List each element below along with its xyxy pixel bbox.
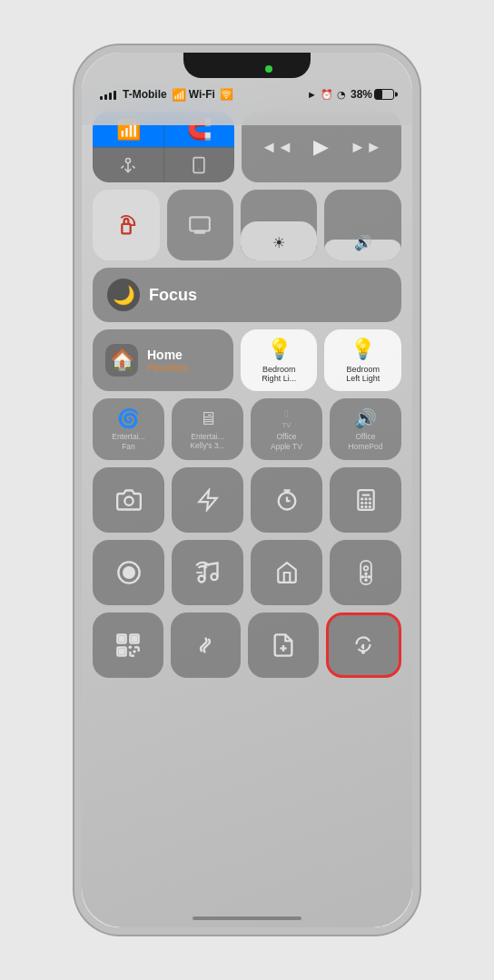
- tv-text: TV: [282, 421, 291, 429]
- rotation-lock-button[interactable]: [93, 190, 160, 260]
- row-focus: 🌙 Focus: [93, 268, 401, 322]
- svg-point-23: [211, 573, 217, 580]
- home-label: Home: [147, 348, 188, 362]
- row-sliders: ☀ 🔊: [93, 190, 401, 260]
- svg-point-0: [126, 158, 131, 162]
- screen: T-Mobile 📶 Wi-Fi 🛜 ► ⏰ ◔ 38%: [82, 53, 412, 927]
- svg-rect-1: [193, 157, 204, 172]
- flashlight-button[interactable]: [172, 467, 243, 533]
- status-icons: ► ⏰ ◔: [307, 89, 346, 101]
- homepod-icon: 🔊: [354, 407, 377, 429]
- svg-rect-38: [119, 650, 124, 654]
- signal-bar-3: [109, 93, 112, 100]
- home-icon: 🏠: [105, 344, 138, 377]
- svg-rect-36: [119, 637, 124, 642]
- wifi-status-icon: 📶: [172, 88, 186, 102]
- entertainment-kelly-label: Entertai...Kelly's 3...: [190, 432, 224, 450]
- qr-scanner-button[interactable]: [93, 612, 163, 678]
- row-actions-1: [93, 467, 401, 533]
- status-bar: T-Mobile 📶 Wi-Fi 🛜 ► ⏰ ◔ 38%: [82, 82, 412, 107]
- svg-point-21: [124, 567, 134, 578]
- carrier-label: T-Mobile: [123, 88, 167, 101]
- screen-mirror-button[interactable]: [167, 190, 233, 260]
- bedroom-left-light-button[interactable]: 💡 BedroomLeft Light: [324, 329, 401, 391]
- hotspot-button[interactable]: [163, 147, 234, 182]
- svg-rect-3: [122, 224, 130, 234]
- home-sublabel: Favorites: [147, 362, 188, 373]
- svg-point-6: [124, 497, 133, 505]
- row-devices: 🌀 Entertai...Fan 🖥 Entertai...Kelly's 3.…: [93, 398, 401, 460]
- control-center: 📶 🧲 ◄◄: [93, 112, 401, 900]
- home-indicator: [193, 916, 301, 920]
- office-apple-tv-label: OfficeApple TV: [271, 432, 302, 450]
- status-left: T-Mobile 📶 Wi-Fi 🛜: [100, 88, 233, 102]
- signal-bar-1: [100, 96, 103, 100]
- battery-container: 38%: [351, 88, 394, 101]
- tv-icon: 🖥: [199, 408, 217, 429]
- screen-record-button[interactable]: [93, 540, 164, 605]
- signal-bar-4: [114, 91, 116, 100]
- fan-label: Entertai...Fan: [112, 432, 144, 450]
- light-bulb-icon-1: 💡: [267, 338, 291, 361]
- apple-tv-icon-wrap:  TV: [282, 407, 291, 429]
- svg-marker-7: [199, 490, 217, 510]
- focus-button[interactable]: 🌙 Focus: [93, 268, 401, 322]
- row-bottom: [93, 612, 401, 678]
- phone-frame: T-Mobile 📶 Wi-Fi 🛜 ► ⏰ ◔ 38%: [74, 45, 420, 935]
- location-icon: ►: [307, 89, 317, 100]
- play-button[interactable]: ▶: [313, 135, 329, 159]
- battery-percent: 38%: [351, 88, 372, 101]
- battery-fill: [375, 90, 382, 99]
- camera-button[interactable]: [93, 467, 164, 533]
- entertainment-fan-button[interactable]: 🌀 Entertai...Fan: [93, 398, 164, 460]
- network-type: Wi-Fi: [189, 88, 215, 101]
- volume-slider[interactable]: 🔊: [324, 190, 401, 260]
- notch: [183, 53, 311, 78]
- bedroom-left-light-label: BedroomLeft Light: [346, 365, 380, 383]
- svg-point-22: [198, 576, 204, 583]
- signal-bars: [100, 89, 116, 100]
- bedroom-right-light-label: BedroomRight Li...: [262, 365, 296, 383]
- office-homepod-label: OfficeHomePod: [349, 432, 383, 450]
- wifi-symbol: 🛜: [220, 88, 233, 101]
- row-actions-2: [93, 540, 401, 605]
- alarm-icon: ⏰: [321, 89, 333, 101]
- timer-button[interactable]: [251, 467, 322, 533]
- rotation-icon: ◔: [337, 89, 346, 101]
- status-right: ► ⏰ ◔ 38%: [307, 88, 394, 101]
- shazam-button[interactable]: [171, 612, 242, 678]
- light-bulb-icon-2: 💡: [351, 338, 375, 361]
- entertainment-tv-button[interactable]: 🖥 Entertai...Kelly's 3...: [172, 398, 243, 460]
- brightness-slider[interactable]: ☀: [241, 190, 318, 260]
- svg-point-47: [362, 652, 364, 653]
- notes-quick-button[interactable]: [248, 612, 319, 678]
- remote-button[interactable]: [330, 540, 401, 605]
- focus-moon-icon: 🌙: [107, 279, 140, 311]
- bedroom-right-light-button[interactable]: 💡 BedroomRight Li...: [241, 329, 318, 391]
- airdrop-button[interactable]: [93, 147, 163, 182]
- next-button[interactable]: ►►: [350, 138, 382, 157]
- svg-rect-37: [132, 637, 136, 642]
- home-text: Home Favorites: [147, 348, 188, 373]
- fan-icon: 🌀: [117, 407, 140, 429]
- svg-rect-5: [195, 231, 205, 233]
- home-app-button[interactable]: [251, 540, 322, 605]
- svg-point-27: [363, 566, 368, 571]
- office-apple-tv-button[interactable]:  TV OfficeApple TV: [251, 398, 322, 460]
- apple-icon: : [284, 407, 288, 420]
- office-homepod-button[interactable]: 🔊 OfficeHomePod: [330, 398, 401, 460]
- calculator-button[interactable]: [330, 467, 401, 533]
- svg-rect-4: [190, 217, 210, 230]
- battery-icon: [374, 89, 394, 100]
- green-dot: [265, 65, 272, 73]
- prev-button[interactable]: ◄◄: [261, 138, 293, 157]
- row-home: 🏠 Home Favorites 💡 BedroomRight Li... 💡 …: [93, 329, 401, 391]
- home-button[interactable]: 🏠 Home Favorites: [93, 329, 233, 391]
- sound-recognition-button[interactable]: [172, 540, 243, 605]
- focus-label: Focus: [149, 286, 197, 305]
- hearing-button[interactable]: [326, 612, 402, 678]
- signal-bar-2: [104, 94, 107, 100]
